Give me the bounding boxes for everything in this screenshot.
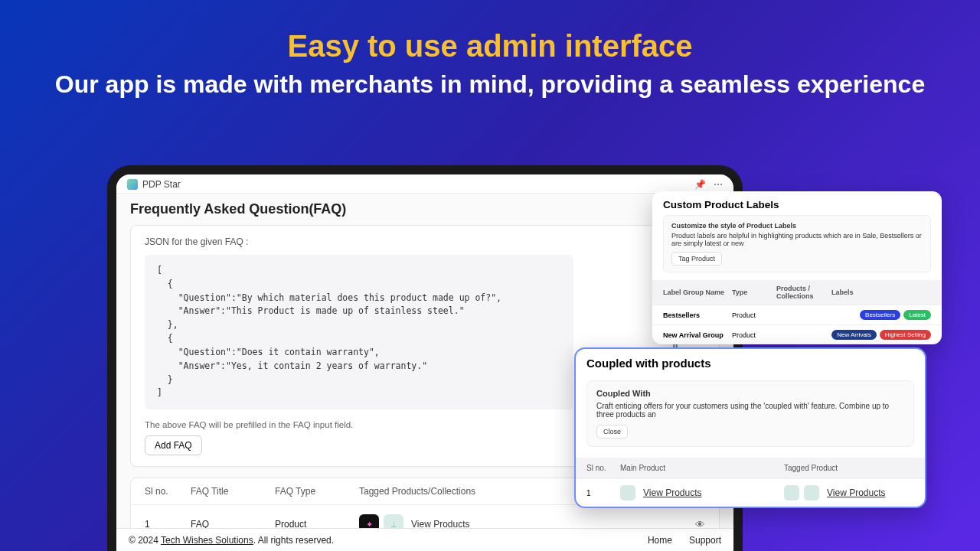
coupled-sl: 1 xyxy=(586,489,620,497)
label-pill: Highest Selling xyxy=(880,330,931,340)
coupled-info-box: Coupled With Craft enticing offers for y… xyxy=(586,380,914,447)
hero-subtitle: Our app is made with merchants in mind, … xyxy=(0,68,980,101)
app-footer: © 2024 Tech Wishes Solutions. All rights… xyxy=(116,528,733,551)
coupled-title: Coupled with products xyxy=(576,349,925,377)
coupled-box-title: Coupled With xyxy=(596,389,904,398)
labels-table-row: New Arrival GroupProductNew ArrivalsHigh… xyxy=(652,324,942,344)
hero-banner: Easy to use admin interface Our app is m… xyxy=(0,0,980,101)
label-type: Product xyxy=(732,331,776,339)
footer-copyright: © 2024 Tech Wishes Solutions. All rights… xyxy=(129,535,334,546)
close-button[interactable]: Close xyxy=(596,425,628,439)
pin-icon[interactable]: 📌 xyxy=(694,179,706,190)
label-type: Product xyxy=(732,311,776,319)
product-thumb-icon xyxy=(804,485,819,500)
view-products-link[interactable]: View Products xyxy=(827,487,885,498)
product-thumb-icon xyxy=(784,485,799,500)
app-name: PDP Star xyxy=(142,179,181,190)
coupled-box-desc: Craft enticing offers for your customers… xyxy=(596,402,889,419)
labels-box-title: Customize the style of Product Labels xyxy=(671,222,923,230)
coupled-table-header: Sl no. Main Product Tagged Product xyxy=(576,458,925,478)
label-group-name: New Arrival Group xyxy=(663,331,732,339)
faq-json-code: [ { "Question":"By which material does t… xyxy=(145,255,573,409)
labels-info-box: Customize the style of Product Labels Pr… xyxy=(663,215,931,272)
col-type: FAQ Type xyxy=(275,486,359,497)
coupled-table-row: 1 View Products View Products xyxy=(576,478,925,507)
label-group-name: Bestsellers xyxy=(663,311,732,319)
footer-support-link[interactable]: Support xyxy=(689,535,721,546)
label-pill: Bestsellers xyxy=(860,310,900,320)
custom-labels-panel: Custom Product Labels Customize the styl… xyxy=(652,191,942,344)
app-logo-icon xyxy=(127,179,138,190)
hero-title: Easy to use admin interface xyxy=(0,29,980,64)
label-pill: New Arrivals xyxy=(831,330,876,340)
footer-home-link[interactable]: Home xyxy=(648,535,672,546)
view-products-link[interactable]: View Products xyxy=(643,487,701,498)
more-icon[interactable]: ⋯ xyxy=(714,179,723,190)
faq-heading: Frequently Asked Question(FAQ) xyxy=(130,201,720,217)
product-thumb-icon xyxy=(620,485,635,500)
coupled-panel: Coupled with products Coupled With Craft… xyxy=(574,347,926,508)
faq-json-label: JSON for the given FAQ : xyxy=(145,236,705,247)
col-title: FAQ Title xyxy=(191,486,275,497)
tag-product-button[interactable]: Tag Product xyxy=(671,252,722,266)
labels-title: Custom Product Labels xyxy=(652,191,942,215)
labels-table-row: BestsellersProductBestsellersLatest xyxy=(652,305,942,324)
add-faq-button[interactable]: Add FAQ xyxy=(145,435,202,455)
footer-company-link[interactable]: Tech Wishes Solutions xyxy=(161,535,253,546)
labels-table-header: Label Group Name Type Products / Collect… xyxy=(652,280,942,305)
app-title-bar: PDP Star 📌 ⋯ xyxy=(116,174,733,194)
col-sl: Sl no. xyxy=(145,486,191,497)
labels-box-desc: Product labels are helpful in highlighti… xyxy=(671,232,922,247)
label-pill: Latest xyxy=(903,310,931,320)
